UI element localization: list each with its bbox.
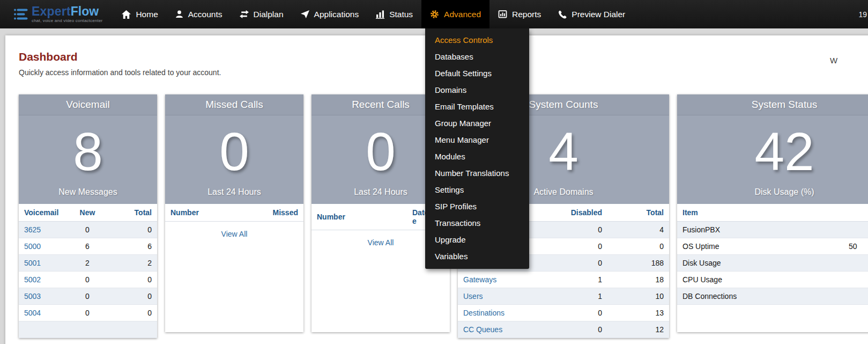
cell: 6 [66,238,109,255]
column-header: Number [311,204,407,230]
card-title: Voicemail [19,94,157,115]
column-header: Total [109,204,157,222]
card-big-number: 0 [219,115,249,187]
cell: 5003 [19,288,66,305]
table-row: CPU Usage [677,272,868,288]
row-link[interactable]: 5002 [24,275,41,284]
view-all-link[interactable]: View All [221,230,248,238]
table-row: 500122 [19,255,157,272]
cell: Gateways [458,272,540,288]
nav-item-reports[interactable]: Reports [489,0,550,28]
column-header: Item [677,204,843,222]
row-link[interactable]: Destinations [463,309,505,317]
nav-item-label: Accounts [188,10,222,19]
advanced-dropdown: Access ControlsDatabasesDefault Settings… [425,28,529,269]
dropdown-item-domains[interactable]: Domains [425,82,529,98]
logo-text-flow: Flow [71,4,99,18]
cell: 1 [540,272,607,288]
card-table: ItemFusionPBXOS Uptime50Disk UsageCPU Us… [677,204,868,305]
cell: 50 [843,238,868,255]
table-row: 362500 [19,222,157,238]
row-link[interactable]: 5001 [24,259,41,267]
cell: 0 [109,288,157,305]
row-link[interactable]: 5004 [24,309,41,317]
logo-text-expert: Expert [32,4,71,18]
table-header-row: NumberMissed [165,204,303,222]
nav-item-applications[interactable]: Applications [292,0,368,28]
dropdown-item-access-controls[interactable]: Access Controls [425,32,529,48]
card-top: 0Last 24 Hours [165,115,303,204]
dropdown-item-number-translations[interactable]: Number Translations [425,165,529,181]
nav-item-accounts[interactable]: Accounts [167,0,231,28]
table-row: 500400 [19,305,157,321]
cell: 0 [66,288,109,305]
card-big-number: 8 [73,115,103,187]
cell: FusionPBX [677,222,843,238]
nav-item-preview-dialer[interactable]: Preview Dialer [550,0,634,28]
table-row [19,321,157,338]
dropdown-item-upgrade[interactable]: Upgrade [425,231,529,248]
card-top: 42Disk Usage (%) [677,115,868,204]
card-title: System Status [677,94,868,115]
dropdown-item-databases[interactable]: Databases [425,48,529,65]
cell: 0 [109,305,157,321]
cell: 0 [540,222,607,238]
cell [109,321,157,338]
cell: 12 [607,321,669,338]
cell: 3625 [19,222,66,238]
nav-items: HomeAccountsDialplanApplicationsStatusAd… [113,0,634,28]
dropdown-item-variables[interactable]: Variables [425,248,529,265]
column-header [843,204,868,222]
cell: DB Connections [677,288,843,305]
row-link[interactable]: 5000 [24,242,41,251]
row-link[interactable]: 3625 [24,225,41,234]
cell: CC Queues [458,321,540,338]
welcome-text: W [830,56,837,65]
view-all-row: View All [165,222,303,243]
dropdown-item-email-templates[interactable]: Email Templates [425,98,529,115]
cell: OS Uptime [677,238,843,255]
bar-chart-icon [376,10,384,19]
nav-item-label: Dialplan [254,10,284,19]
nav-item-advanced[interactable]: Advanced [421,0,489,28]
dropdown-item-default-settings[interactable]: Default Settings [425,65,529,82]
transfer-arrows-icon [240,10,249,18]
nav-item-dialplan[interactable]: Dialplan [231,0,292,28]
table-row: 500066 [19,238,157,255]
cell: 0 [66,272,109,288]
table-row: Destinations013 [458,305,669,321]
cell: 0 [540,321,607,338]
nav-item-home[interactable]: Home [113,0,166,28]
cell: 5001 [19,255,66,272]
view-all-link[interactable]: View All [368,238,394,247]
table-header-row: VoicemailNewTotal [19,204,157,222]
nav-item-label: Status [389,10,413,19]
logo-subtitle: chat, voice and video contactcenter [32,19,102,23]
cell: Disk Usage [677,255,843,272]
cell: 5004 [19,305,66,321]
row-link[interactable]: Users [463,292,483,301]
cell: 6 [109,238,157,255]
card-voicemail: Voicemail8New MessagesVoicemailNewTotal3… [19,94,157,338]
expertflow-logo-icon [14,9,28,20]
card-system-status: System Status42Disk Usage (%)ItemFusionP… [677,94,868,332]
row-link[interactable]: 5003 [24,292,41,301]
dropdown-item-settings[interactable]: Settings [425,181,529,198]
logo-text: ExpertFlow chat, voice and video contact… [32,5,102,23]
user-icon [175,10,183,18]
dropdown-item-modules[interactable]: Modules [425,148,529,165]
card-big-number: 4 [548,115,578,187]
dropdown-item-transactions[interactable]: Transactions [425,215,529,231]
row-link[interactable]: Gateways [463,275,496,284]
table-row: 500300 [19,288,157,305]
logo[interactable]: ExpertFlow chat, voice and video contact… [14,5,102,23]
cell: Users [458,288,540,305]
cell: Destinations [458,305,540,321]
column-header: Voicemail [19,204,66,222]
dropdown-item-sip-profiles[interactable]: SIP Profiles [425,198,529,215]
row-link[interactable]: CC Queues [463,325,502,334]
nav-item-label: Preview Dialer [572,10,625,19]
nav-item-status[interactable]: Status [367,0,421,28]
dropdown-item-menu-manager[interactable]: Menu Manager [425,131,529,148]
dropdown-item-group-manager[interactable]: Group Manager [425,115,529,131]
